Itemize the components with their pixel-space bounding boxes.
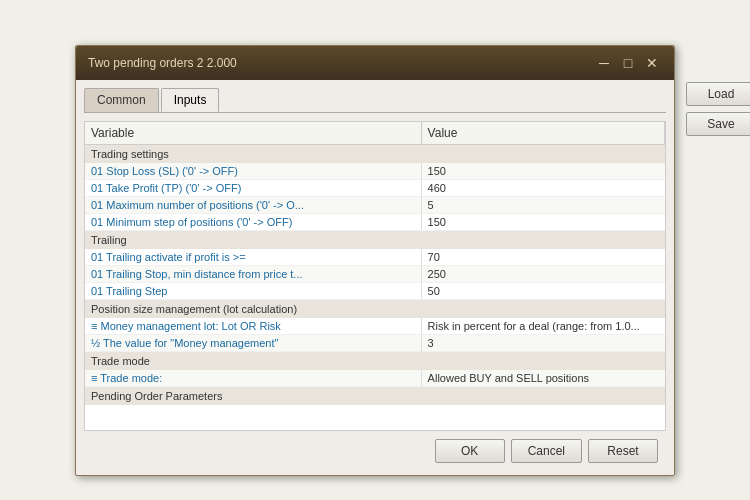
table-row[interactable]: 01 Trailing Stop, min distance from pric… bbox=[85, 265, 665, 282]
variable-cell: ≡ Trade mode: bbox=[85, 370, 421, 387]
cancel-button[interactable]: Cancel bbox=[511, 439, 582, 463]
value-cell: 3 bbox=[421, 334, 664, 351]
section-row: Trade mode bbox=[85, 351, 665, 370]
table-row[interactable]: 01 Trailing activate if profit is >=70 bbox=[85, 249, 665, 266]
maximize-button[interactable]: □ bbox=[618, 54, 638, 72]
section-label: Trade mode bbox=[85, 351, 665, 370]
title-bar: Two pending orders 2 2.000 ─ □ ✕ bbox=[76, 46, 674, 80]
save-button[interactable]: Save bbox=[686, 112, 750, 136]
variable-cell: 01 Stop Loss (SL) ('0' -> OFF) bbox=[85, 163, 421, 180]
value-cell: 460 bbox=[421, 179, 664, 196]
variable-cell: 01 Trailing activate if profit is >= bbox=[85, 249, 421, 266]
data-table-container[interactable]: Variable Value Trading settings01 Stop L… bbox=[84, 121, 666, 431]
value-cell: Risk in percent for a deal (range: from … bbox=[421, 318, 664, 335]
section-row: Position size management (lot calculatio… bbox=[85, 299, 665, 318]
value-cell: 250 bbox=[421, 265, 664, 282]
dialog-body: Common Inputs Variable Value Trading set… bbox=[76, 80, 674, 475]
variable-cell: 01 Take Profit (TP) ('0' -> OFF) bbox=[85, 179, 421, 196]
tab-common[interactable]: Common bbox=[84, 88, 159, 112]
section-label: Position size management (lot calculatio… bbox=[85, 299, 665, 318]
section-row: Pending Order Parameters bbox=[85, 386, 665, 405]
variable-cell: 01 Trailing Step bbox=[85, 282, 421, 299]
section-label: Pending Order Parameters bbox=[85, 386, 665, 405]
col-header-value: Value bbox=[421, 122, 664, 145]
load-button[interactable]: Load bbox=[686, 82, 750, 106]
table-row[interactable]: ≡ Money management lot: Lot OR RiskRisk … bbox=[85, 318, 665, 335]
table-row[interactable]: 01 Trailing Step50 bbox=[85, 282, 665, 299]
close-button[interactable]: ✕ bbox=[642, 54, 662, 72]
table-row[interactable]: 01 Take Profit (TP) ('0' -> OFF)460 bbox=[85, 179, 665, 196]
title-controls: ─ □ ✕ bbox=[594, 54, 662, 72]
value-cell: Allowed BUY and SELL positions bbox=[421, 370, 664, 387]
variable-cell: 01 Minimum step of positions ('0' -> OFF… bbox=[85, 213, 421, 230]
col-header-variable: Variable bbox=[85, 122, 421, 145]
table-row[interactable]: ½ The value for "Money management"3 bbox=[85, 334, 665, 351]
section-label: Trailing bbox=[85, 230, 665, 249]
value-cell: 150 bbox=[421, 213, 664, 230]
tab-inputs[interactable]: Inputs bbox=[161, 88, 220, 112]
value-cell: 5 bbox=[421, 196, 664, 213]
table-row[interactable]: 01 Minimum step of positions ('0' -> OFF… bbox=[85, 213, 665, 230]
footer-buttons: OK Cancel Reset bbox=[435, 439, 658, 463]
value-cell: 70 bbox=[421, 249, 664, 266]
value-cell: 150 bbox=[421, 163, 664, 180]
variable-cell: ≡ Money management lot: Lot OR Risk bbox=[85, 318, 421, 335]
value-cell: 50 bbox=[421, 282, 664, 299]
tabs-container: Common Inputs bbox=[84, 88, 666, 113]
dialog-footer: OK Cancel Reset bbox=[84, 431, 666, 467]
section-row: Trading settings bbox=[85, 144, 665, 163]
reset-button[interactable]: Reset bbox=[588, 439, 658, 463]
dialog-window: Two pending orders 2 2.000 ─ □ ✕ Common … bbox=[75, 45, 675, 476]
dialog-title: Two pending orders 2 2.000 bbox=[88, 56, 237, 70]
minimize-button[interactable]: ─ bbox=[594, 54, 614, 72]
section-row: Trailing bbox=[85, 230, 665, 249]
table-row[interactable]: 01 Stop Loss (SL) ('0' -> OFF)150 bbox=[85, 163, 665, 180]
variable-cell: ½ The value for "Money management" bbox=[85, 334, 421, 351]
table-row[interactable]: ≡ Trade mode:Allowed BUY and SELL positi… bbox=[85, 370, 665, 387]
variable-cell: 01 Maximum number of positions ('0' -> O… bbox=[85, 196, 421, 213]
data-table: Variable Value Trading settings01 Stop L… bbox=[85, 122, 665, 405]
ok-button[interactable]: OK bbox=[435, 439, 505, 463]
table-row[interactable]: 01 Maximum number of positions ('0' -> O… bbox=[85, 196, 665, 213]
section-label: Trading settings bbox=[85, 144, 665, 163]
variable-cell: 01 Trailing Stop, min distance from pric… bbox=[85, 265, 421, 282]
side-buttons: Load Save bbox=[686, 82, 750, 136]
